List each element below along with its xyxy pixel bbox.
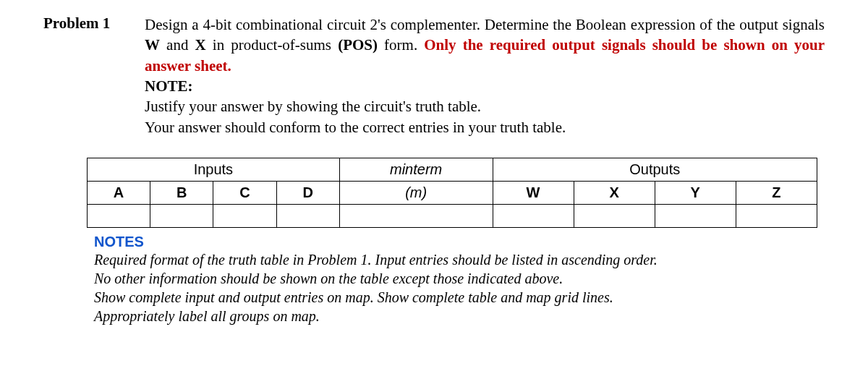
empty-cell <box>213 205 276 228</box>
col-x: X <box>574 182 655 205</box>
empty-cell <box>736 205 817 228</box>
note-line-2: Your answer should conform to the correc… <box>145 117 825 137</box>
empty-cell <box>493 205 574 228</box>
text-part3: form. <box>378 36 424 54</box>
group-outputs: Outputs <box>493 158 817 182</box>
col-b: B <box>150 182 213 205</box>
problem-body: Design a 4-bit combinational circuit 2's… <box>145 14 825 137</box>
notes-label: NOTES <box>94 234 810 250</box>
truth-table: Inputs minterm Outputs A B C D (m) W X Y… <box>87 158 817 228</box>
problem-container: Problem 1 Design a 4-bit combinational c… <box>43 14 825 137</box>
notes-line-3: Show complete input and output entries o… <box>94 288 810 307</box>
col-y: Y <box>655 182 736 205</box>
table-empty-row <box>88 205 817 228</box>
col-a: A <box>88 182 150 205</box>
col-z: Z <box>736 182 817 205</box>
empty-cell <box>655 205 736 228</box>
empty-cell <box>150 205 213 228</box>
notes-line-1: Required format of the truth table in Pr… <box>94 250 810 269</box>
text-part1: Design a 4-bit combinational circuit 2's… <box>145 16 825 33</box>
bold-x: X <box>195 36 206 54</box>
table-group-row: Inputs minterm Outputs <box>88 158 817 182</box>
col-m: (m) <box>339 182 493 205</box>
text-part2: in product-of-sums <box>206 36 338 54</box>
empty-cell <box>276 205 339 228</box>
empty-cell <box>339 205 493 228</box>
empty-cell <box>88 205 150 228</box>
col-c: C <box>213 182 276 205</box>
notes-section: NOTES Required format of the truth table… <box>94 234 810 325</box>
problem-label: Problem 1 <box>43 14 130 33</box>
group-inputs: Inputs <box>88 158 340 182</box>
note-line-1: Justify your answer by showing the circu… <box>145 96 825 116</box>
col-d: D <box>276 182 339 205</box>
note-label: NOTE: <box>145 76 825 96</box>
bold-w: W <box>145 36 160 54</box>
truth-table-wrapper: Inputs minterm Outputs A B C D (m) W X Y… <box>87 158 817 228</box>
text-and: and <box>160 36 195 54</box>
col-w: W <box>493 182 574 205</box>
empty-cell <box>574 205 655 228</box>
problem-statement: Design a 4-bit combinational circuit 2's… <box>145 14 825 76</box>
bold-pos: (POS) <box>338 36 378 54</box>
notes-body: Required format of the truth table in Pr… <box>94 250 810 325</box>
table-column-row: A B C D (m) W X Y Z <box>88 182 817 205</box>
notes-line-2: No other information should be shown on … <box>94 269 810 288</box>
notes-line-4: Appropriately label all groups on map. <box>94 307 810 325</box>
group-minterm: minterm <box>339 158 493 182</box>
